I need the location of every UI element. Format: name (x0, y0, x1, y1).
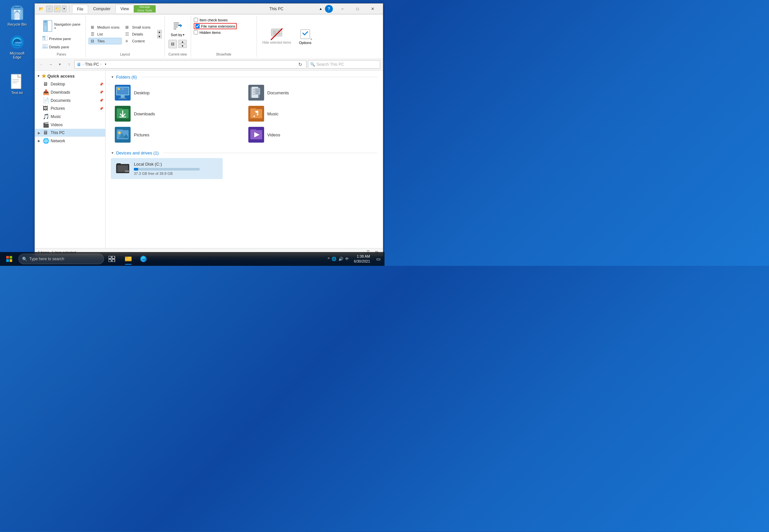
drive-item-c[interactable]: Local Disk (C:) 37.3 GB free of 39.8 GB (111, 158, 223, 179)
sidebar-item-downloads[interactable]: 📥 Downloads 📌 (35, 88, 105, 96)
address-text: This PC (85, 62, 99, 67)
details-btn[interactable]: ☷ Details (123, 31, 152, 37)
taskbar-app-explorer[interactable] (121, 252, 135, 266)
folder-item-videos[interactable]: Videos (245, 124, 378, 145)
qa-folder-icon[interactable]: 📁 (54, 6, 60, 12)
start-button[interactable] (1, 252, 17, 266)
svg-rect-47 (255, 88, 260, 95)
svg-rect-53 (117, 108, 123, 110)
hide-selected-btn[interactable]: Hide selected items (260, 27, 294, 46)
task-view-button[interactable] (105, 252, 118, 266)
taskbar-clock[interactable]: 1:38 AM 6/30/2021 (351, 254, 373, 264)
qa-dropdown-arrow[interactable]: ▾ (62, 6, 66, 12)
size-col-btn[interactable]: ▼ (178, 44, 187, 48)
hidden-items-checkbox[interactable] (194, 30, 198, 35)
app-active-indicator (125, 264, 131, 265)
text-file-icon[interactable]: Text.txt (4, 72, 30, 96)
qa-back-btn[interactable]: 📂 (37, 5, 45, 12)
folder-item-pictures[interactable]: Pictures (111, 124, 245, 145)
layout-scroll-up[interactable]: ▲ (157, 30, 162, 34)
main-area: ▼ ★ Quick access 🖥 Desktop 📌 📥 Downloads… (35, 71, 383, 248)
taskbar-system-icons[interactable]: ^ 🌐 🔊 中 (326, 257, 351, 261)
search-box[interactable]: 🔍 Search This PC (308, 60, 380, 69)
show-hide-label: Show/hide (194, 52, 254, 56)
window-controls: ▲ ? − □ ✕ (317, 4, 380, 14)
network-expand-icon: ▶ (37, 139, 41, 143)
help-button[interactable]: ? (325, 5, 333, 13)
chevron-up-icon: ^ (328, 257, 330, 261)
layout-scroll-down[interactable]: ▼ (157, 35, 162, 38)
ribbon-group-layout: ⊞ Medium icons ☰ List ⊟ Tiles (86, 16, 165, 57)
navigation-pane-btn[interactable]: Navigation pane ▾ (40, 18, 83, 34)
notification-button[interactable]: ▭ (373, 252, 383, 266)
hidden-items-row[interactable]: Hidden items (194, 30, 237, 35)
svg-rect-10 (44, 21, 47, 22)
taskbar-app-edge[interactable] (136, 252, 151, 266)
address-dropdown[interactable]: ▾ (103, 60, 108, 69)
item-checkboxes-row[interactable]: Item check boxes (194, 18, 237, 22)
add-col-btn[interactable]: ▲ (178, 40, 187, 44)
back-button[interactable]: ← (37, 60, 45, 68)
current-view-label: Current view (167, 52, 188, 56)
desktop-folder-thumb (115, 85, 130, 101)
ribbon-group-current-view: Sort by ▾ ⊟ ▲ ▼ Current view (165, 16, 191, 57)
tab-drive-tools[interactable]: Manage Drive Tools (134, 5, 155, 12)
taskbar-search-box[interactable]: 🔍 Type here to search (18, 254, 104, 264)
close-button[interactable]: ✕ (365, 4, 380, 14)
group-by-btn[interactable]: ⊟ (168, 40, 177, 48)
sidebar-item-desktop[interactable]: 🖥 Desktop 📌 (35, 80, 105, 88)
drive-c-name: Local Disk (C:) (134, 162, 219, 167)
sidebar-item-music[interactable]: 🎵 Music (35, 112, 105, 121)
taskbar: 🔍 Type here to search (0, 252, 384, 266)
address-bar[interactable]: 🖥 › This PC › ▾ ↻ (74, 60, 307, 69)
drives-expand-icon[interactable]: ▼ (111, 151, 114, 155)
recycle-bin-icon[interactable]: Recycle Bin (4, 4, 30, 28)
minimize-button[interactable]: − (335, 4, 350, 14)
sidebar: ▼ ★ Quick access 🖥 Desktop 📌 📥 Downloads… (35, 71, 105, 248)
folders-expand-icon[interactable]: ▼ (111, 75, 114, 79)
sort-by-btn[interactable]: Sort by ▾ (168, 20, 187, 38)
folder-item-music[interactable]: Music (245, 103, 378, 124)
details-pane-btn[interactable]: Details pane (40, 43, 83, 51)
forward-button[interactable]: → (47, 60, 55, 68)
medium-icons-btn[interactable]: ⊞ Medium icons (88, 24, 122, 31)
sidebar-item-pictures[interactable]: 🖼 Pictures 📌 (35, 104, 105, 112)
maximize-button[interactable]: □ (350, 4, 365, 14)
edge-icon[interactable]: MicrosoftEdge (4, 33, 30, 60)
file-extensions-checkbox[interactable] (196, 24, 200, 28)
pictures-folder-thumb (115, 127, 130, 143)
folder-item-desktop[interactable]: Desktop (111, 82, 245, 103)
recent-locations-button[interactable]: ▼ (56, 60, 64, 68)
folder-item-documents[interactable]: Documents (245, 82, 378, 103)
list-btn[interactable]: ☰ List (88, 31, 122, 37)
folder-item-downloads[interactable]: Downloads (111, 103, 245, 124)
sidebar-item-videos[interactable]: 🎬 Videos (35, 121, 105, 129)
layout-group-label: Layout (88, 52, 162, 56)
preview-pane-btn[interactable]: Preview pane (40, 35, 83, 42)
ribbon-group-show-hide: Item check boxes File name extensions Hi… (191, 16, 257, 57)
file-extensions-row[interactable]: File name extensions (194, 23, 237, 29)
up-button[interactable]: ↑ (65, 60, 73, 68)
tab-computer[interactable]: Computer (88, 5, 115, 13)
small-icons-btn[interactable]: ⊞ Small icons (123, 24, 152, 31)
item-checkboxes-checkbox[interactable] (194, 18, 198, 22)
svg-rect-17 (42, 47, 48, 49)
ribbon-collapse-btn[interactable]: ▲ (317, 5, 324, 12)
tiles-btn[interactable]: ⊟ Tiles (88, 38, 122, 44)
tab-view[interactable]: View (115, 5, 134, 13)
svg-rect-74 (117, 163, 121, 165)
sidebar-item-this-pc[interactable]: ▶ 🖥 This PC (35, 129, 105, 137)
content-btn[interactable]: ≡ Content (123, 38, 152, 44)
quick-access-header[interactable]: ▼ ★ Quick access (35, 72, 105, 80)
clock-time: 1:38 AM (357, 254, 370, 259)
tab-file[interactable]: File (72, 5, 88, 13)
svg-rect-62 (117, 129, 123, 131)
taskbar-search-icon: 🔍 (22, 257, 27, 262)
star-icon: ★ (41, 73, 46, 79)
options-btn[interactable]: ▾ Options (295, 27, 315, 46)
qa-checkmark-icon[interactable]: ✓ (46, 6, 53, 12)
sidebar-item-documents[interactable]: 📄 Documents 📌 (35, 96, 105, 104)
svg-rect-57 (250, 109, 262, 118)
sidebar-item-network[interactable]: ▶ 🌐 Network (35, 137, 105, 145)
refresh-button[interactable]: ↻ (296, 60, 304, 69)
